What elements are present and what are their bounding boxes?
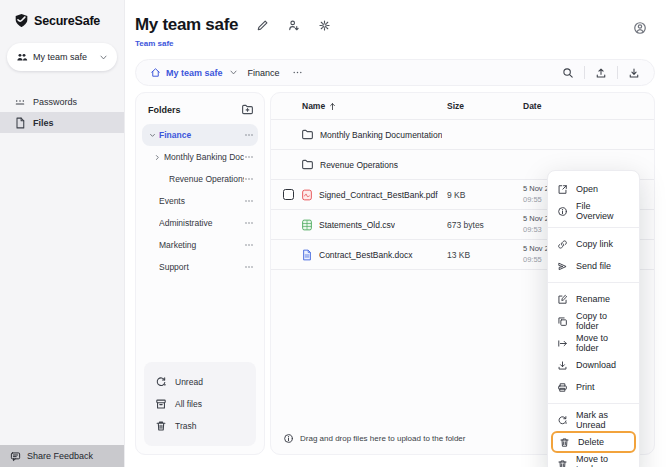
breadcrumb: My team safe Finance bbox=[150, 67, 303, 78]
folder-more-icon[interactable] bbox=[244, 130, 254, 140]
menu-item-move-to-trash[interactable]: Move to trash bbox=[548, 453, 639, 467]
menu-divider bbox=[548, 282, 639, 283]
filter-unread[interactable]: Unread bbox=[155, 371, 256, 393]
filter-label: All files bbox=[175, 399, 202, 409]
folder-item-monthly-banking-doc[interactable]: Monthly Banking Doc... bbox=[142, 146, 258, 168]
chevron-down-icon[interactable] bbox=[148, 131, 159, 140]
toolbar-actions bbox=[562, 66, 640, 79]
info-icon bbox=[283, 433, 294, 444]
edit-safe-icon[interactable] bbox=[256, 19, 269, 32]
menu-item-label: Send file bbox=[576, 261, 611, 271]
file-name: Contract_BestBank.docx bbox=[319, 250, 413, 260]
folder-more-icon[interactable] bbox=[244, 218, 254, 228]
menu-item-label: Move to folder bbox=[576, 333, 630, 353]
account-icon[interactable] bbox=[633, 21, 647, 35]
column-header-size[interactable]: Size bbox=[447, 101, 523, 111]
menu-item-move-to-folder[interactable]: Move to folder bbox=[548, 332, 639, 354]
folder-item-finance[interactable]: Finance bbox=[142, 124, 258, 146]
filter-trash[interactable]: Trash bbox=[155, 415, 256, 437]
folder-item-marketing[interactable]: Marketing bbox=[142, 234, 258, 256]
trash-icon bbox=[557, 459, 568, 467]
breadcrumb-current[interactable]: Finance bbox=[248, 68, 280, 78]
menu-divider bbox=[548, 403, 639, 404]
file-list-header: Name Size Date bbox=[271, 93, 654, 120]
breadcrumb-caret-icon[interactable] bbox=[229, 68, 238, 77]
file-row-monthly-banking-documentation[interactable]: Monthly Banking Documentation bbox=[271, 120, 654, 150]
folder-icon bbox=[301, 158, 314, 171]
new-folder-icon[interactable] bbox=[241, 103, 254, 116]
link-icon bbox=[557, 239, 568, 250]
folder-icon bbox=[301, 128, 314, 141]
folder-item-label: Administrative bbox=[159, 218, 244, 228]
folders-panel: Folders FinanceMonthly Banking Doc...Rev… bbox=[135, 92, 265, 455]
sidebar-item-label: Files bbox=[33, 118, 54, 128]
breadcrumb-root[interactable]: My team safe bbox=[150, 67, 223, 78]
column-header-name[interactable]: Name bbox=[271, 101, 447, 111]
folder-more-icon[interactable] bbox=[244, 174, 254, 184]
page-title: My team safe bbox=[135, 15, 238, 35]
menu-item-label: Copy to folder bbox=[576, 311, 630, 331]
folder-item-support[interactable]: Support bbox=[142, 256, 258, 278]
move-icon bbox=[557, 338, 568, 349]
menu-item-download[interactable]: Download bbox=[548, 354, 639, 376]
folders-title: Folders bbox=[148, 105, 181, 115]
menu-item-file-overview[interactable]: File Overview bbox=[548, 200, 639, 222]
filter-label: Unread bbox=[175, 377, 203, 387]
sidebar-item-passwords[interactable]: Passwords bbox=[0, 91, 124, 112]
folder-item-revenue-operations[interactable]: Revenue Operations bbox=[142, 168, 258, 190]
folder-item-label: Support bbox=[159, 262, 244, 272]
folder-item-events[interactable]: Events bbox=[142, 190, 258, 212]
menu-item-copy-link[interactable]: Copy link bbox=[548, 233, 639, 255]
menu-item-label: Delete bbox=[578, 437, 604, 447]
folder-more-icon[interactable] bbox=[244, 196, 254, 206]
chat-icon bbox=[10, 451, 21, 462]
chevron-down-icon bbox=[99, 53, 108, 62]
share-safe-icon[interactable] bbox=[287, 19, 300, 32]
chevron-right-icon[interactable] bbox=[153, 153, 164, 162]
menu-item-print[interactable]: Print bbox=[548, 376, 639, 398]
folder-more-icon[interactable] bbox=[244, 262, 254, 272]
menu-item-delete[interactable]: Delete bbox=[551, 431, 636, 453]
download-icon[interactable] bbox=[628, 67, 640, 79]
folder-item-administrative[interactable]: Administrative bbox=[142, 212, 258, 234]
copy-icon bbox=[557, 316, 568, 327]
password-dots-icon bbox=[14, 96, 26, 108]
breadcrumb-more-icon[interactable] bbox=[292, 67, 303, 78]
sort-ascending-icon bbox=[328, 102, 337, 111]
menu-item-copy-to-folder[interactable]: Copy to folder bbox=[548, 310, 639, 332]
menu-item-label: Move to trash bbox=[576, 454, 630, 467]
archive-icon bbox=[155, 398, 167, 410]
file-size: 9 KB bbox=[447, 190, 523, 200]
folder-item-label: Monthly Banking Doc... bbox=[164, 152, 244, 162]
team-safe-link[interactable]: Team safe bbox=[135, 39, 670, 48]
share-feedback-button[interactable]: Share Feedback bbox=[0, 445, 124, 467]
csv-file-icon bbox=[301, 219, 313, 231]
menu-item-send-file[interactable]: Send file bbox=[548, 255, 639, 277]
menu-item-mark-as-unread[interactable]: Mark as Unread bbox=[548, 409, 639, 431]
folder-item-label: Revenue Operations bbox=[169, 174, 244, 184]
column-header-date[interactable]: Date bbox=[523, 101, 654, 111]
folder-more-icon[interactable] bbox=[244, 152, 254, 162]
menu-item-label: Download bbox=[576, 360, 616, 370]
open-icon bbox=[557, 184, 568, 195]
home-icon bbox=[150, 67, 161, 78]
menu-divider bbox=[548, 227, 639, 228]
safe-settings-icon[interactable] bbox=[318, 19, 331, 32]
brand-name: SecureSafe bbox=[34, 14, 100, 28]
filter-all-files[interactable]: All files bbox=[155, 393, 256, 415]
safe-selector-dropdown[interactable]: My team safe bbox=[7, 43, 117, 71]
sidebar-item-files[interactable]: Files bbox=[0, 112, 124, 133]
menu-item-rename[interactable]: Rename bbox=[548, 288, 639, 310]
breadcrumb-root-label: My team safe bbox=[166, 68, 223, 78]
row-checkbox[interactable] bbox=[283, 189, 294, 200]
menu-item-label: Mark as Unread bbox=[576, 410, 630, 430]
shield-icon bbox=[14, 13, 29, 28]
file-name: Statements_Old.csv bbox=[319, 220, 395, 230]
upload-icon[interactable] bbox=[595, 67, 607, 79]
search-icon[interactable] bbox=[562, 67, 574, 79]
menu-item-open[interactable]: Open bbox=[548, 178, 639, 200]
folder-more-icon[interactable] bbox=[244, 240, 254, 250]
app-logo[interactable]: SecureSafe bbox=[0, 0, 124, 28]
send-icon bbox=[557, 261, 568, 272]
file-size: 673 bytes bbox=[447, 220, 523, 230]
